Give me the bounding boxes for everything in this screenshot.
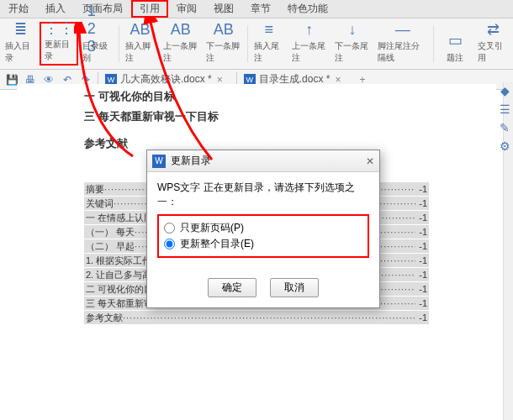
ribbon-label: 下一条脚注 (206, 40, 241, 64)
tab-视图[interactable]: 视图 (205, 0, 242, 18)
ribbon-上一条脚注[interactable]: AB上一条脚注 (160, 22, 202, 66)
toc-title: （一） 每天 (86, 226, 135, 239)
ribbon-icon: 1 2 3 (87, 18, 108, 39)
ribbon-目录级别[interactable]: 1 2 3目录级别 (79, 22, 116, 66)
body-line: 三 每天都重新审视一下目标 (84, 109, 429, 124)
ribbon-下一条尾注[interactable]: ↓下一条尾注 (331, 22, 373, 66)
dialog-titlebar: W 更新目录 ✕ (147, 150, 379, 172)
toc-page: -1 (415, 241, 427, 251)
dialog-message: WPS文字 正在更新目录，请选择下列选项之一： (157, 181, 369, 209)
ribbon-插入目录[interactable]: ≣插入目录 (2, 22, 39, 66)
ribbon-交叉引用[interactable]: ⇄交叉引用 (474, 22, 511, 66)
toc-page: -1 (415, 284, 427, 294)
option-label: 更新整个目录(E) (180, 237, 254, 251)
toc-page: -1 (415, 198, 427, 208)
ribbon-下一条脚注[interactable]: AB下一条脚注 (203, 22, 245, 66)
radio-page-numbers[interactable] (164, 223, 175, 234)
ribbon-label: 插入目录 (5, 40, 35, 64)
toc-title: 参考文献 (86, 312, 123, 324)
close-icon[interactable]: ✕ (366, 155, 374, 167)
ribbon-脚注尾注分隔线[interactable]: —脚注尾注分隔线 (374, 22, 431, 66)
ribbon-label: 插入脚注 (125, 40, 156, 64)
toc-leader: ········································… (123, 312, 415, 323)
toc-page: -1 (415, 213, 427, 223)
option-label: 只更新页码(P) (180, 221, 244, 235)
toc-page: -1 (415, 184, 427, 194)
tab-开始[interactable]: 开始 (0, 0, 37, 18)
toc-page: -1 (415, 227, 427, 237)
ribbon-icon: — (393, 21, 413, 39)
ribbon-icon: ▭ (445, 30, 465, 50)
ribbon-题注[interactable]: ▭题注 (436, 22, 473, 66)
ribbon-label: 插入尾注 (254, 40, 284, 64)
toc-title: 一 在情感上认同 (86, 212, 153, 224)
dock-icon[interactable]: ✎ (498, 121, 511, 134)
side-dock: ◆ ☰ ✎ ⚙ (498, 84, 511, 153)
ribbon-icon: AB (130, 21, 151, 39)
update-toc-dialog: W 更新目录 ✕ WPS文字 正在更新目录，请选择下列选项之一： 只更新页码(P… (146, 150, 380, 308)
option-update-entire-toc[interactable]: 更新整个目录(E) (164, 237, 362, 251)
app-icon: W (152, 155, 166, 168)
dialog-options: 只更新页码(P) 更新整个目录(E) (157, 214, 369, 258)
ribbon-label: 下一条尾注 (335, 40, 370, 64)
toc-page: -1 (415, 312, 427, 323)
ribbon-icon: ⋮⋮ (49, 18, 69, 37)
ribbon-label: 上一条尾注 (292, 40, 327, 64)
ribbon-label: 题注 (447, 52, 463, 64)
ribbon-icon: ⇄ (483, 20, 503, 39)
ribbon-icon: AB (171, 21, 191, 39)
ribbon-icon: ≡ (259, 21, 279, 39)
toc-title: 摘要 (86, 183, 104, 196)
ribbon-icon: ↓ (342, 21, 362, 39)
toc-title: （二） 早起 (86, 240, 135, 253)
ribbon-tabs: 开始插入页面布局引用审阅视图章节特色功能 (0, 0, 513, 18)
ribbon: ≣插入目录⋮⋮更新目录1 2 3目录级别AB插入脚注AB上一条脚注AB下一条脚注… (0, 18, 513, 70)
dock-icon[interactable]: ⚙ (498, 139, 511, 153)
ribbon-icon: AB (214, 21, 234, 39)
option-update-page-numbers[interactable]: 只更新页码(P) (164, 221, 362, 235)
dialog-title: 更新目录 (171, 154, 211, 168)
tab-特色功能[interactable]: 特色功能 (279, 0, 336, 18)
cancel-button[interactable]: 取消 (270, 278, 319, 297)
ribbon-插入脚注[interactable]: AB插入脚注 (122, 22, 159, 66)
ribbon-label: 更新目录 (45, 39, 73, 62)
dock-icon[interactable]: ☰ (498, 102, 511, 116)
ribbon-label: 交叉引用 (478, 40, 508, 64)
ribbon-label: 上一条脚注 (163, 40, 198, 64)
ribbon-icon: ≣ (10, 20, 30, 39)
tab-引用[interactable]: 引用 (131, 0, 168, 18)
radio-entire-toc[interactable] (164, 239, 175, 249)
toc-page: -1 (415, 298, 427, 308)
ribbon-更新目录[interactable]: ⋮⋮更新目录 (40, 22, 78, 66)
tab-章节[interactable]: 章节 (242, 0, 279, 18)
toc-title: 关键词 (86, 197, 114, 210)
ribbon-上一条尾注[interactable]: ↑上一条尾注 (288, 22, 331, 66)
dock-icon[interactable]: ◆ (498, 84, 511, 97)
toc-page: -1 (415, 270, 427, 280)
toc-page: -1 (415, 255, 427, 265)
ribbon-label: 脚注尾注分隔线 (378, 40, 427, 64)
toc-line: 参考文献····································… (84, 311, 429, 324)
ok-button[interactable]: 确定 (208, 278, 256, 297)
ribbon-插入尾注[interactable]: ≡插入尾注 (251, 22, 288, 66)
tab-插入[interactable]: 插入 (37, 0, 74, 18)
ribbon-icon: ↑ (299, 21, 320, 39)
body-line: 一 可视化你的目标 (84, 89, 429, 104)
ribbon-label: 目录级别 (82, 40, 113, 64)
tab-审阅[interactable]: 审阅 (168, 0, 205, 18)
